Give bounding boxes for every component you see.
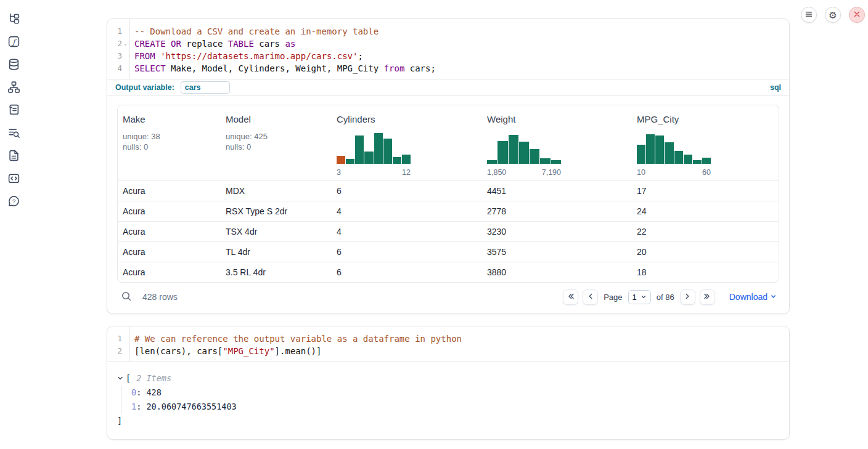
table-cell: 2778 (482, 201, 632, 221)
sidebar-item-dependency-graph[interactable] (7, 81, 20, 94)
row-count: 428 rows (142, 292, 178, 302)
histogram-bar (509, 135, 518, 164)
line-number-gutter: 12⌄34 (107, 19, 129, 79)
histogram-bar (393, 157, 401, 164)
sidebar: ƒ (0, 0, 27, 449)
histogram-bar (519, 142, 529, 164)
last-page-button[interactable] (700, 289, 715, 305)
page-label: Page (604, 293, 622, 302)
hamburger-icon (805, 10, 813, 20)
chevrons-left-icon (567, 292, 575, 302)
column-histogram (337, 133, 411, 164)
next-page-button[interactable] (680, 289, 695, 305)
page-select-value: 1 (633, 293, 637, 302)
file-tree-icon (7, 12, 20, 27)
histogram-bar (702, 158, 711, 164)
histogram-bar (665, 142, 673, 164)
tree-children: 0: 428 1: 20.060747663551403 (121, 386, 779, 414)
histogram-bar (374, 133, 383, 164)
page-total-label: of 86 (657, 293, 674, 302)
code-line: -- Download a CSV and create an in-memor… (134, 25, 789, 38)
sidebar-item-documentation[interactable] (7, 150, 20, 163)
first-page-button[interactable] (563, 289, 578, 305)
column-name: Make (123, 114, 216, 124)
notebook-main: 12⌄34-- Download a CSV and create an in-… (107, 18, 790, 449)
table-cell: Acura (118, 201, 221, 221)
column-header[interactable]: Weight1,8507,190 (482, 105, 632, 180)
column-name: Cylinders (337, 114, 477, 124)
svg-text:ƒ: ƒ (11, 37, 17, 46)
sidebar-item-snippets[interactable] (7, 172, 20, 185)
line-number: 3 (117, 50, 122, 62)
table-body: AcuraMDX6445117AcuraRSX Type S 2dr427782… (118, 180, 779, 282)
code-lines: # We can reference the output variable a… (129, 326, 789, 362)
code-line: CREATE OR replace TABLE cars as (134, 38, 789, 50)
download-button[interactable]: Download (729, 292, 777, 302)
language-badge: sql (770, 83, 781, 92)
column-name: Model (226, 114, 327, 124)
chevron-down-icon (770, 292, 777, 302)
table-row[interactable]: AcuraTSX 4dr4323022 (118, 221, 779, 241)
table-row[interactable]: AcuraRSX Type S 2dr4277824 (118, 201, 779, 221)
table-cell: TSX 4dr (221, 222, 332, 241)
tree-close-bracket: ] (117, 415, 779, 427)
output-variable-bar: Output variable: sql (107, 79, 789, 95)
table-search-button[interactable] (120, 289, 133, 305)
table-cell: 3880 (482, 262, 632, 282)
settings-button[interactable]: ⚙ (825, 7, 841, 23)
histogram-axis-labels: 312 (337, 168, 411, 177)
table-row[interactable]: AcuraTL 4dr6357520 (118, 241, 779, 262)
python-cell: 12# We can reference the output variable… (107, 326, 790, 440)
table-row[interactable]: AcuraMDX6445117 (118, 180, 779, 201)
table-cell: 24 (632, 201, 779, 221)
sql-code-editor[interactable]: 12⌄34-- Download a CSV and create an in-… (107, 19, 789, 79)
table-cell: 4 (332, 201, 482, 221)
column-name: MPG_City (637, 114, 774, 124)
column-header[interactable]: MPG_City1060 (632, 105, 779, 180)
histogram-bar (497, 141, 507, 164)
histogram-bar (364, 152, 373, 164)
close-icon (853, 10, 861, 20)
fold-chevron-icon[interactable]: ⌄ (122, 38, 129, 50)
line-number: 2 (117, 38, 122, 50)
page-select[interactable]: 1 (628, 290, 651, 304)
tree-item-count: 2 Items (136, 373, 171, 383)
sql-output-area: Makeunique: 38nulls: 0Modelunique: 425nu… (107, 95, 789, 313)
sidebar-item-logs[interactable] (7, 127, 20, 140)
histogram-bar (402, 155, 411, 164)
sidebar-item-scratchpad[interactable] (7, 104, 20, 117)
column-stats: unique: 425nulls: 0 (226, 131, 327, 152)
notebook-controls: ⚙ (801, 7, 865, 23)
table-cell: 17 (632, 181, 779, 201)
histogram-bar (355, 136, 364, 164)
prev-page-button[interactable] (583, 289, 598, 305)
sidebar-item-help[interactable]: ? (7, 195, 20, 208)
shutdown-button[interactable] (849, 7, 865, 23)
gear-icon: ⚙ (829, 10, 837, 20)
menu-button[interactable] (801, 7, 817, 23)
table-header-row: Makeunique: 38nulls: 0Modelunique: 425nu… (118, 105, 779, 180)
python-code-editor[interactable]: 12# We can reference the output variable… (107, 326, 789, 362)
histogram-axis-labels: 1060 (637, 168, 711, 177)
table-cell: Acura (118, 181, 221, 201)
function-square-icon: ƒ (7, 35, 20, 50)
code-line: FROM 'https://datasets.marimo.app/cars.c… (134, 50, 789, 62)
output-variable-input[interactable] (181, 81, 230, 94)
table-cell: 6 (332, 181, 482, 201)
table-footer: 428 rows Page 1 (117, 283, 779, 307)
column-header[interactable]: Makeunique: 38nulls: 0 (118, 105, 221, 180)
tree-collapse-icon[interactable] (117, 375, 123, 381)
tree-entry-key: 1 (131, 402, 136, 411)
column-histogram (487, 133, 561, 164)
histogram-axis-labels: 1,8507,190 (487, 168, 561, 177)
sidebar-item-file-explorer[interactable] (7, 13, 20, 26)
table-cell: 22 (632, 222, 779, 241)
sidebar-item-data-sources[interactable] (7, 59, 20, 71)
table-row[interactable]: Acura3.5 RL 4dr6388018 (118, 262, 779, 282)
column-histogram (637, 133, 711, 164)
sidebar-item-variables[interactable]: ƒ (7, 36, 20, 49)
network-icon (7, 81, 20, 95)
column-header[interactable]: Modelunique: 425nulls: 0 (221, 105, 332, 180)
column-header[interactable]: Cylinders312 (332, 105, 482, 180)
column-name: Weight (487, 114, 627, 124)
